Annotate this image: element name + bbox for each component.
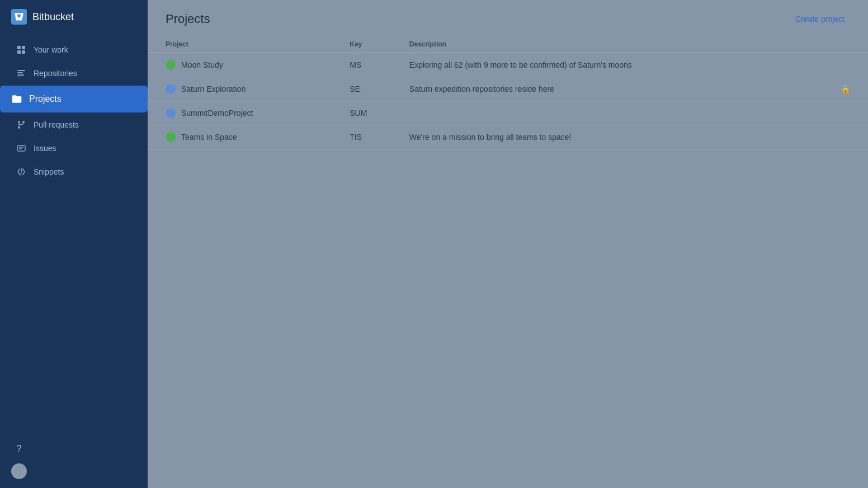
project-avatar — [166, 108, 176, 118]
issues-icon — [16, 143, 27, 154]
sidebar-item-projects[interactable]: Projects — [0, 86, 148, 112]
svg-point-9 — [18, 126, 20, 129]
sidebar-nav: Your work Repositories Projects — [0, 34, 148, 432]
svg-line-15 — [21, 168, 22, 175]
project-actions — [806, 101, 868, 125]
user-avatar[interactable] — [11, 463, 27, 479]
your-work-icon — [16, 44, 27, 55]
project-actions — [806, 125, 868, 149]
project-name-cell: Teams in Space — [148, 125, 341, 149]
project-name-link[interactable]: SummitDemoProject — [181, 109, 253, 118]
project-actions: 🔒 — [806, 77, 868, 101]
table-header: Project Key Description — [148, 36, 868, 53]
table-row[interactable]: Saturn ExplorationSESaturn expedition re… — [148, 77, 868, 101]
svg-point-10 — [22, 121, 25, 123]
sidebar-item-label: Repositories — [34, 69, 77, 78]
folder-icon — [11, 93, 22, 105]
project-name-cell: Moon Study — [148, 53, 341, 77]
svg-rect-0 — [17, 46, 21, 49]
help-button[interactable]: ? — [11, 441, 27, 457]
project-name-cell: Saturn Exploration — [148, 77, 341, 101]
project-key: SE — [341, 77, 400, 101]
column-project: Project — [148, 36, 341, 53]
project-avatar — [166, 60, 176, 70]
project-avatar — [166, 132, 176, 142]
projects-tbody: Moon StudyMSExploring all 62 (with 9 mor… — [148, 53, 868, 149]
sidebar-item-pull-requests[interactable]: Pull requests — [4, 114, 143, 136]
sidebar-item-issues[interactable]: Issues — [4, 137, 143, 159]
svg-rect-5 — [17, 72, 23, 73]
sidebar-item-your-work[interactable]: Your work — [4, 39, 143, 61]
svg-rect-3 — [22, 50, 25, 54]
sidebar-item-snippets[interactable]: Snippets — [4, 161, 143, 183]
app-name: Bitbucket — [32, 11, 74, 23]
main-content: Projects Create project Project Key Desc… — [148, 0, 868, 488]
create-project-button[interactable]: Create project — [790, 11, 850, 27]
sidebar-item-label: Projects — [29, 94, 62, 104]
svg-rect-4 — [17, 70, 25, 71]
sidebar-item-label: Pull requests — [34, 120, 79, 129]
table-row[interactable]: Moon StudyMSExploring all 62 (with 9 mor… — [148, 53, 868, 77]
svg-rect-12 — [17, 146, 25, 151]
bitbucket-logo[interactable] — [11, 9, 27, 25]
sidebar-header: Bitbucket — [0, 0, 148, 34]
page-title: Projects — [166, 12, 210, 26]
project-key: TIS — [341, 125, 400, 149]
project-name-link[interactable]: Saturn Exploration — [181, 85, 246, 93]
svg-point-8 — [18, 121, 20, 123]
project-name-link[interactable]: Teams in Space — [181, 133, 237, 142]
sidebar-item-repositories[interactable]: Repositories — [4, 62, 143, 85]
table-row[interactable]: Teams in SpaceTISWe're on a mission to b… — [148, 125, 868, 149]
sidebar-item-label: Snippets — [34, 167, 64, 176]
page-header: Projects Create project — [148, 0, 868, 36]
project-name-cell: SummitDemoProject — [148, 101, 341, 125]
snippets-icon — [16, 166, 27, 177]
project-avatar — [166, 84, 176, 94]
sidebar: Bitbucket Your work — [0, 0, 148, 488]
project-key: MS — [341, 53, 400, 77]
pr-icon — [16, 119, 27, 130]
table-row[interactable]: SummitDemoProjectSUM — [148, 101, 868, 125]
project-description: Exploring all 62 (with 9 more to be conf… — [400, 53, 806, 77]
project-actions — [806, 53, 868, 77]
project-description: Saturn expedition repositories reside he… — [400, 77, 806, 101]
svg-rect-7 — [17, 77, 22, 77]
repo-icon — [16, 68, 27, 79]
sidebar-bottom: ? — [0, 432, 148, 488]
project-key: SUM — [341, 101, 400, 125]
sidebar-item-label: Your work — [34, 45, 68, 54]
svg-rect-6 — [17, 74, 24, 76]
column-description: Description — [400, 36, 806, 53]
lock-icon: 🔒 — [841, 85, 850, 93]
column-actions — [806, 36, 868, 53]
sidebar-item-label: Issues — [34, 144, 56, 153]
projects-table: Project Key Description Moon StudyMSExpl… — [148, 36, 868, 149]
project-description — [400, 101, 806, 125]
svg-rect-1 — [22, 46, 25, 49]
svg-rect-2 — [17, 50, 21, 54]
project-description: We're on a mission to bring all teams to… — [400, 125, 806, 149]
project-name-link[interactable]: Moon Study — [181, 60, 223, 69]
column-key: Key — [341, 36, 400, 53]
